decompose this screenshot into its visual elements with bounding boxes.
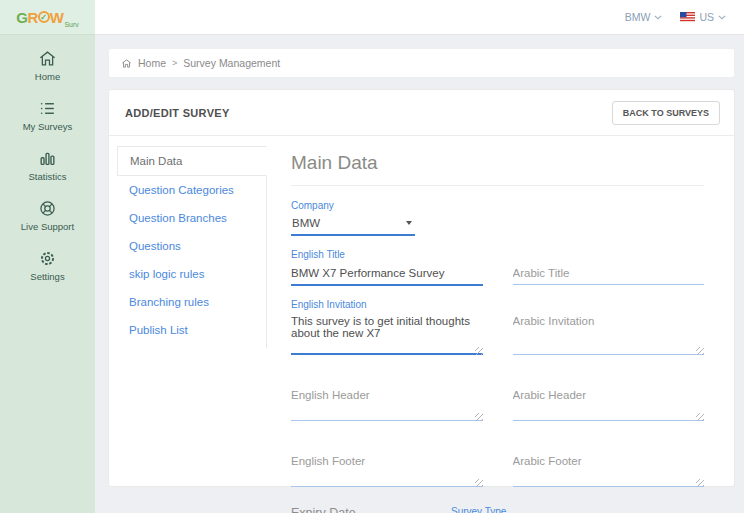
breadcrumb-separator: >: [172, 58, 177, 68]
logo-letter: W: [50, 9, 64, 26]
app-root: GR✓W Surv Home My Surveys Statistics Liv…: [0, 0, 744, 513]
sidebar-item-my-surveys[interactable]: My Surveys: [0, 99, 95, 132]
breadcrumb-home[interactable]: Home: [138, 57, 166, 69]
company-label: Company: [291, 200, 415, 211]
tab-question-categories[interactable]: Question Categories: [117, 176, 266, 204]
company-switcher[interactable]: BMW: [625, 11, 663, 23]
arabic-header-field: [513, 372, 705, 425]
company-switcher-label: BMW: [625, 11, 651, 23]
home-icon: [38, 49, 57, 68]
back-to-surveys-button[interactable]: BACK TO SURVEYS: [612, 101, 720, 125]
topbar: BMW US: [95, 0, 744, 35]
english-header-field: [291, 372, 483, 425]
locale-switcher-label: US: [699, 11, 714, 23]
english-invitation-label: English Invitation: [291, 299, 483, 310]
card-header: ADD/EDIT SURVEY BACK TO SURVEYS: [109, 90, 734, 136]
arabic-column: [513, 200, 705, 504]
content: Home > Survey Management ADD/EDIT SURVEY…: [95, 35, 744, 513]
sidebar-item-settings[interactable]: Settings: [0, 249, 95, 282]
expiry-date-label: Expiry Date: [291, 506, 415, 513]
survey-section-nav: Main Data Question Categories Question B…: [117, 146, 267, 348]
sidebar-item-label: Live Support: [21, 221, 74, 232]
breadcrumb-current: Survey Management: [183, 57, 280, 69]
sidebar-item-label: Settings: [30, 271, 64, 282]
sidebar-item-label: Statistics: [28, 171, 66, 182]
english-invitation-textarea[interactable]: This survey is to get initial thoughts a…: [291, 313, 483, 355]
resize-grip-icon[interactable]: [696, 347, 704, 355]
arabic-title-input[interactable]: [513, 264, 705, 285]
english-footer-field: [291, 438, 483, 491]
caret-down-icon: [406, 221, 412, 225]
locale-switcher[interactable]: US: [680, 11, 726, 23]
main-area: BMW US Home > Survey Management ADD/EDIT…: [95, 0, 744, 513]
sidebar-nav: Home My Surveys Statistics Live Support …: [0, 35, 95, 282]
resize-grip-icon[interactable]: [696, 479, 704, 487]
english-title-field: English Title: [291, 249, 483, 286]
tab-publish-list[interactable]: Publish List: [117, 316, 266, 344]
us-flag-icon: [680, 12, 695, 22]
sidebar-item-home[interactable]: Home: [0, 49, 95, 82]
sidebar: GR✓W Surv Home My Surveys Statistics Liv…: [0, 0, 95, 513]
tab-questions[interactable]: Questions: [117, 232, 266, 260]
gear-icon: [38, 249, 57, 268]
chevron-down-icon: [718, 15, 726, 20]
tab-question-branches[interactable]: Question Branches: [117, 204, 266, 232]
resize-grip-icon[interactable]: [475, 479, 483, 487]
survey-type-label: Survey Type: [451, 506, 597, 513]
sidebar-item-label: My Surveys: [23, 121, 73, 132]
page-title: ADD/EDIT SURVEY: [125, 107, 230, 119]
company-value: BMW: [292, 217, 320, 229]
english-footer-textarea[interactable]: [291, 453, 483, 487]
english-invitation-field: English Invitation This survey is to get…: [291, 299, 483, 359]
company-field: Company BMW: [291, 200, 415, 236]
arabic-header-textarea[interactable]: [513, 387, 705, 421]
home-icon: [121, 58, 132, 69]
logo-suffix: Surv: [64, 21, 78, 28]
section-title: Main Data: [291, 152, 704, 186]
list-icon: [38, 99, 57, 118]
arabic-footer-field: [513, 438, 705, 491]
logo-letter: G: [16, 9, 27, 26]
resize-grip-icon[interactable]: [475, 347, 483, 355]
resize-grip-icon[interactable]: [475, 413, 483, 421]
card-body: Main Data Question Categories Question B…: [109, 136, 734, 494]
english-column: Company BMW English Title: [291, 200, 483, 504]
english-header-textarea[interactable]: [291, 387, 483, 421]
survey-type-field: Survey Type Survey: [451, 506, 597, 513]
tab-branching-rules[interactable]: Branching rules: [117, 288, 266, 316]
chevron-down-icon: [654, 15, 662, 20]
tab-skip-logic-rules[interactable]: skip logic rules: [117, 260, 266, 288]
sidebar-item-statistics[interactable]: Statistics: [0, 149, 95, 182]
arabic-invitation-textarea[interactable]: [513, 313, 705, 355]
english-title-label: English Title: [291, 249, 483, 260]
app-logo[interactable]: GR✓W Surv: [0, 0, 95, 35]
sidebar-item-live-support[interactable]: Live Support: [0, 199, 95, 232]
arabic-title-field: [513, 251, 705, 285]
resize-grip-icon[interactable]: [696, 413, 704, 421]
expiry-date-field: Expiry Date: [291, 506, 415, 513]
main-data-form: Main Data Company BMW: [267, 146, 734, 494]
breadcrumb: Home > Survey Management: [108, 48, 735, 78]
tab-main-data[interactable]: Main Data: [117, 146, 267, 176]
spacer: [513, 200, 705, 238]
survey-card: ADD/EDIT SURVEY BACK TO SURVEYS Main Dat…: [108, 89, 735, 487]
arabic-invitation-field: [513, 298, 705, 359]
company-select[interactable]: BMW: [291, 214, 415, 236]
english-title-input[interactable]: [291, 264, 483, 286]
bar-chart-icon: [38, 149, 57, 168]
logo-check-icon: ✓: [38, 11, 50, 23]
sidebar-item-label: Home: [35, 71, 60, 82]
lifebuoy-icon: [38, 199, 57, 218]
arabic-footer-textarea[interactable]: [513, 453, 705, 487]
logo-letter: R: [27, 9, 37, 26]
